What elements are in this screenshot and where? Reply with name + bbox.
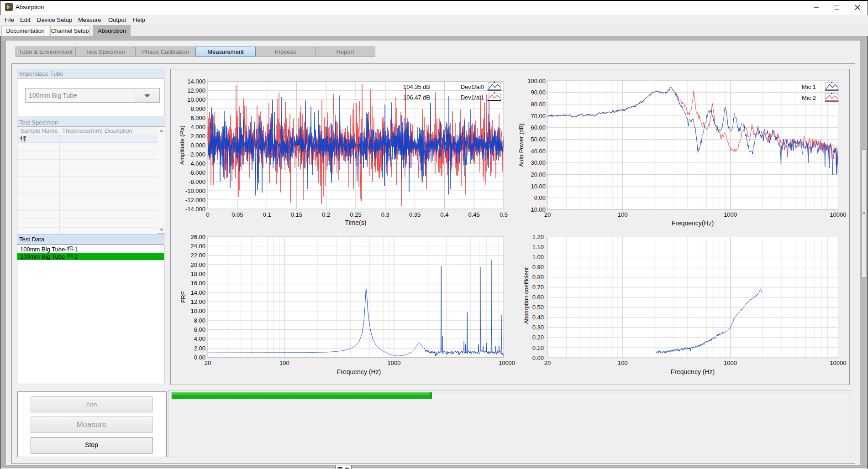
svg-text:60.00: 60.00 <box>531 124 546 131</box>
svg-text:70.00: 70.00 <box>531 113 546 120</box>
svg-text:4.000: 4.000 <box>190 124 205 130</box>
svg-text:12.000: 12.000 <box>187 87 205 94</box>
svg-text:106.47: 106.47 <box>403 94 421 101</box>
svg-text:0.5: 0.5 <box>500 211 508 218</box>
svg-text:0.25: 0.25 <box>350 211 361 218</box>
svg-text:Dev1/ai0: Dev1/ai0 <box>461 83 484 90</box>
svg-text:-2.000: -2.000 <box>189 151 205 158</box>
svg-text:20.00: 20.00 <box>190 261 205 268</box>
svg-text:0.000: 0.000 <box>190 142 205 149</box>
svg-text:-14.000: -14.000 <box>185 206 205 213</box>
svg-text:0.00: 0.00 <box>534 194 546 201</box>
svg-text:100: 100 <box>279 360 289 366</box>
svg-text:0.50: 0.50 <box>532 304 544 311</box>
svg-text:Mic 2: Mic 2 <box>802 94 816 101</box>
svg-text:0.60: 0.60 <box>532 294 544 301</box>
svg-text:Frequency (Hz): Frequency (Hz) <box>337 368 381 375</box>
svg-text:14.00: 14.00 <box>190 289 205 296</box>
svg-text:10.000: 10.000 <box>187 96 205 103</box>
svg-text:30.00: 30.00 <box>531 159 546 166</box>
svg-text:100.00: 100.00 <box>527 78 546 84</box>
svg-text:40.00: 40.00 <box>531 148 546 155</box>
svg-text:-6.000: -6.000 <box>189 169 205 176</box>
svg-text:20: 20 <box>544 360 551 366</box>
svg-text:0.15: 0.15 <box>291 211 302 218</box>
svg-text:20: 20 <box>544 211 551 218</box>
svg-text:0.1: 0.1 <box>263 211 271 218</box>
svg-text:0: 0 <box>206 211 209 218</box>
svg-text:20: 20 <box>205 360 211 366</box>
svg-text:0.05: 0.05 <box>231 211 243 218</box>
svg-text:0.20: 0.20 <box>532 334 544 341</box>
svg-text:2.00: 2.00 <box>194 345 205 352</box>
svg-text:10.00: 10.00 <box>531 183 546 190</box>
svg-text:50.00: 50.00 <box>531 136 546 143</box>
svg-text:12.00: 12.00 <box>190 298 205 305</box>
svg-text:6.000: 6.000 <box>190 115 205 121</box>
svg-text:22.00: 22.00 <box>190 252 205 259</box>
svg-text:0.45: 0.45 <box>468 211 480 218</box>
svg-text:Absorption coefficient: Absorption coefficient <box>523 267 530 324</box>
svg-text:100: 100 <box>618 211 628 218</box>
svg-text:0.00: 0.00 <box>532 354 544 361</box>
svg-text:8.000: 8.000 <box>190 105 205 112</box>
svg-text:10000: 10000 <box>499 360 515 366</box>
svg-text:4.00: 4.00 <box>194 335 205 342</box>
svg-text:0.2: 0.2 <box>322 211 330 218</box>
svg-text:0.30: 0.30 <box>532 324 544 331</box>
svg-text:6.00: 6.00 <box>194 326 205 333</box>
svg-text:1000: 1000 <box>724 211 737 218</box>
svg-text:0.4: 0.4 <box>440 211 448 218</box>
svg-text:-8.000: -8.000 <box>189 178 205 185</box>
svg-text:10.00: 10.00 <box>190 307 205 314</box>
svg-text:2.000: 2.000 <box>190 133 205 140</box>
svg-text:FRF: FRF <box>180 291 187 302</box>
svg-text:0.40: 0.40 <box>532 314 544 321</box>
svg-text:8.00: 8.00 <box>194 317 205 324</box>
svg-text:Amplitude (Pa): Amplitude (Pa) <box>179 125 185 165</box>
svg-text:90.00: 90.00 <box>531 89 546 96</box>
svg-text:Mic 1: Mic 1 <box>802 83 816 90</box>
svg-text:-10.00: -10.00 <box>529 206 546 213</box>
svg-text:Auto Power (dB): Auto Power (dB) <box>518 123 525 167</box>
svg-text:0.3: 0.3 <box>381 211 389 218</box>
svg-text:10000: 10000 <box>830 211 846 218</box>
svg-text:0.70: 0.70 <box>532 284 544 291</box>
svg-text:Time(s): Time(s) <box>345 219 367 226</box>
svg-text:dB: dB <box>423 83 430 90</box>
svg-text:-12.000: -12.000 <box>185 197 205 203</box>
svg-text:0.35: 0.35 <box>409 211 421 218</box>
svg-text:0.10: 0.10 <box>532 344 544 351</box>
svg-text:-10.000: -10.000 <box>185 188 205 194</box>
svg-text:Frequency (Hz): Frequency (Hz) <box>671 368 715 375</box>
svg-text:1.10: 1.10 <box>532 244 544 250</box>
svg-text:80.00: 80.00 <box>531 101 546 108</box>
svg-text:0.90: 0.90 <box>532 264 544 271</box>
svg-text:0.00: 0.00 <box>194 354 205 361</box>
svg-text:-4.000: -4.000 <box>189 160 205 167</box>
svg-text:16.00: 16.00 <box>190 280 205 287</box>
svg-text:Dev1/ai1: Dev1/ai1 <box>461 94 484 101</box>
svg-text:1000: 1000 <box>387 360 400 366</box>
svg-text:100: 100 <box>618 360 628 366</box>
svg-text:Frequency(Hz): Frequency(Hz) <box>672 219 714 227</box>
svg-text:dB: dB <box>423 94 430 101</box>
svg-text:0.80: 0.80 <box>532 274 544 281</box>
svg-text:1000: 1000 <box>724 360 737 366</box>
svg-text:20.00: 20.00 <box>531 171 546 178</box>
svg-text:14.000: 14.000 <box>187 78 205 85</box>
svg-text:26.00: 26.00 <box>190 234 205 240</box>
svg-text:24.00: 24.00 <box>190 243 205 250</box>
svg-text:10000: 10000 <box>830 360 846 366</box>
svg-text:1.20: 1.20 <box>532 234 544 240</box>
svg-text:18.00: 18.00 <box>190 271 205 277</box>
svg-text:104.35: 104.35 <box>403 83 421 90</box>
svg-text:1.00: 1.00 <box>532 254 544 261</box>
